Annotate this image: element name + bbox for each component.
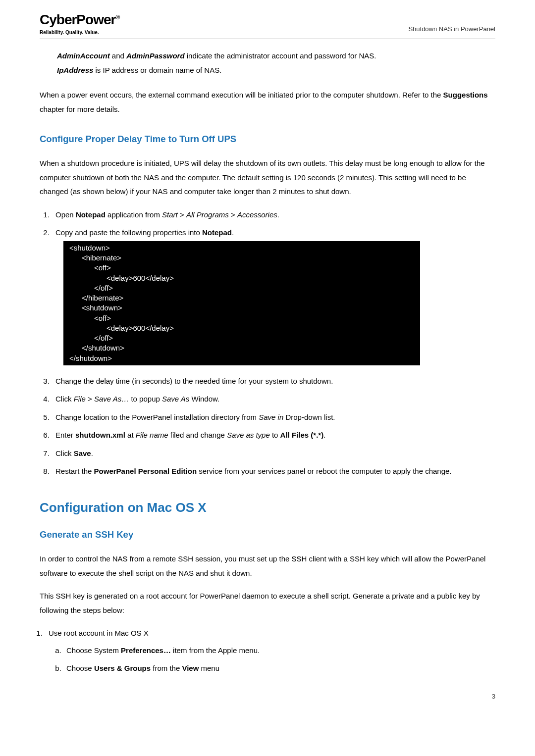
text: Save xyxy=(74,449,91,457)
text: View xyxy=(182,664,199,672)
list-item: Change the delay time (in seconds) to th… xyxy=(52,374,495,389)
text: application from xyxy=(106,210,162,219)
text: > xyxy=(229,210,237,219)
text: Save As… xyxy=(94,395,129,403)
text: Save as type xyxy=(227,431,270,439)
paragraph: In order to control the NAS from a remot… xyxy=(40,552,495,580)
text: Notepad xyxy=(76,210,106,219)
paragraph: When a shutdown procedure is initiated, … xyxy=(40,156,495,199)
text: Click xyxy=(55,449,74,457)
list-item: Enter shutdown.xml at File name filed an… xyxy=(52,428,495,443)
text: Drop-down list. xyxy=(283,413,335,421)
text: Click xyxy=(55,395,74,403)
text: Open xyxy=(55,210,76,219)
text: menu xyxy=(199,664,219,672)
text: When a power event occurs, the external … xyxy=(40,91,443,99)
intro-block: AdminAccount and AdminPassword indicate … xyxy=(57,49,495,77)
list-item: Click Save. xyxy=(52,447,495,461)
page-header: CyberPower® Reliability. Quality. Value.… xyxy=(40,12,495,39)
text: from the xyxy=(151,664,182,672)
list-item: Change location to the PowerPanel instal… xyxy=(52,410,495,425)
text: . xyxy=(91,449,93,457)
list-item: Use root account in Mac OS X Choose Syst… xyxy=(45,626,495,676)
page-number: 3 xyxy=(40,691,495,703)
ordered-list: Use root account in Mac OS X Choose Syst… xyxy=(45,626,495,676)
text: File xyxy=(74,395,86,403)
text: IpAddress xyxy=(57,66,93,74)
text: Start xyxy=(162,210,178,219)
text: PowerPanel Personal Edition xyxy=(94,467,197,475)
text: AdminPassword xyxy=(126,51,185,60)
text: AdminAccount xyxy=(57,51,110,60)
text: indicate the administrator account and p… xyxy=(185,51,376,60)
text: Enter xyxy=(55,431,75,439)
text: > xyxy=(178,210,186,219)
intro-line-2: IpAddress is IP address or domain name o… xyxy=(57,63,495,78)
text: Choose System xyxy=(66,646,121,655)
text: All Files (*.*) xyxy=(280,431,324,439)
section-heading-mac-osx: Configuration on Mac OS X xyxy=(40,496,495,520)
paragraph: This SSH key is generated on a root acco… xyxy=(40,589,495,617)
logo-text: CyberPower® xyxy=(40,12,119,27)
list-item: Copy and paste the following properties … xyxy=(52,226,495,365)
text: at xyxy=(125,431,136,439)
text: filed and change xyxy=(168,431,227,439)
text: is IP address or domain name of NAS. xyxy=(93,66,221,74)
text: Use root account in Mac OS X xyxy=(49,629,149,637)
text: . xyxy=(232,228,234,237)
logo-tagline: Reliability. Quality. Value. xyxy=(40,30,99,35)
text: Restart the xyxy=(55,467,94,475)
text: All Programs xyxy=(186,210,229,219)
text: and xyxy=(110,51,126,60)
text: Users & Groups xyxy=(94,664,151,672)
header-subtitle: Shutdown NAS in PowerPanel xyxy=(408,12,495,36)
text: Preferences… xyxy=(121,646,171,655)
section-subheading-ssh-key: Generate an SSH Key xyxy=(40,526,495,543)
code-block: <shutdown> <hibernate> <off> <delay>600<… xyxy=(63,241,420,365)
ordered-list: Open Notepad application from Start > Al… xyxy=(52,208,495,479)
logo: CyberPower® Reliability. Quality. Value. xyxy=(40,12,119,36)
text: to popup xyxy=(129,395,162,403)
text: . xyxy=(323,431,325,439)
text: > xyxy=(86,395,94,403)
list-item: Choose Users & Groups from the View menu xyxy=(63,661,495,676)
sub-ordered-list: Choose System Preferences… item from the… xyxy=(63,644,495,676)
section-heading-configure-delay: Configure Proper Delay Time to Turn Off … xyxy=(40,130,495,148)
text: to xyxy=(270,431,280,439)
paragraph: When a power event occurs, the external … xyxy=(40,88,495,116)
text: service from your services panel or rebo… xyxy=(197,467,451,475)
text: Save in xyxy=(259,413,283,421)
list-item: Click File > Save As… to popup Save As W… xyxy=(52,392,495,406)
text: . xyxy=(277,210,279,219)
text: Copy and paste the following properties … xyxy=(55,228,202,237)
text: shutdown.xml xyxy=(75,431,125,439)
text: Save As xyxy=(162,395,189,403)
text: Notepad xyxy=(202,228,232,237)
text: item from the Apple menu. xyxy=(171,646,260,655)
intro-line-1: AdminAccount and AdminPassword indicate … xyxy=(57,49,495,63)
text: Change location to the PowerPanel instal… xyxy=(55,413,259,421)
list-item: Open Notepad application from Start > Al… xyxy=(52,208,495,222)
text: Choose xyxy=(66,664,94,672)
text: chapter for more details. xyxy=(40,105,120,113)
text: Suggestions xyxy=(443,91,488,99)
text: File name xyxy=(136,431,168,439)
list-item: Restart the PowerPanel Personal Edition … xyxy=(52,464,495,479)
text: Window. xyxy=(189,395,219,403)
list-item: Choose System Preferences… item from the… xyxy=(63,644,495,658)
text: Accessories xyxy=(237,210,277,219)
